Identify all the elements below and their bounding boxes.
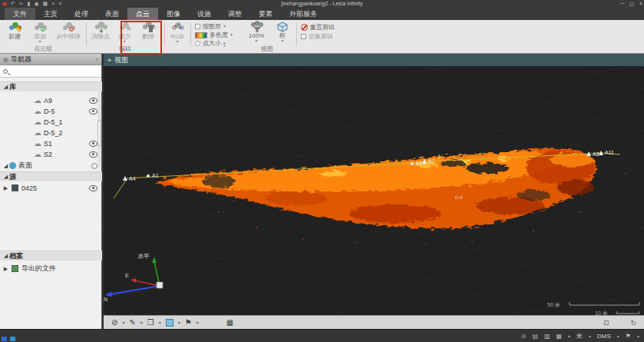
pin-icon[interactable]: ▫ bbox=[96, 56, 98, 63]
reset-clip-icon bbox=[301, 24, 308, 31]
sync-circle-icon[interactable] bbox=[91, 163, 97, 169]
multicolor-option[interactable]: 多色度 ▾ bbox=[195, 31, 233, 39]
by-layer-option[interactable]: 按图层 ▾ bbox=[195, 22, 226, 31]
scrollbar-thumb[interactable] bbox=[97, 120, 101, 146]
tab-processing[interactable]: 处理 bbox=[66, 8, 97, 20]
pointcloud-canvas[interactable]: A4 A1 A5 A7 A8 A11 D-5 水平 E N bbox=[104, 66, 644, 315]
ribbon: 新建 添加 ▾ 从中移除 清除点 减少 ▾ 删除 RGB bbox=[0, 20, 644, 54]
by-layer-checkbox[interactable] bbox=[195, 24, 200, 29]
search-input[interactable] bbox=[11, 67, 98, 76]
selection-rect-icon[interactable]: ❒ bbox=[147, 318, 154, 327]
window-title: jinchangpankuang2 - Leica Infinity bbox=[0, 0, 644, 8]
source-file-icon bbox=[12, 184, 18, 191]
toggle-clip-checkbox[interactable] bbox=[301, 34, 306, 39]
tree-expanded-icon[interactable]: ◢ bbox=[2, 84, 9, 90]
tree-expanded-icon[interactable]: ◢ bbox=[2, 253, 9, 259]
viewport-header: ⌖ 视图 bbox=[104, 54, 644, 66]
tab-infrastructure[interactable]: 设施 bbox=[189, 8, 220, 20]
viewport-3d: ⌖ 视图 bbox=[104, 54, 644, 329]
rgb-coloring-button[interactable]: RGB ▾ bbox=[166, 21, 189, 51]
frame-icon[interactable]: ⊡ bbox=[603, 319, 609, 327]
label-a11: A11 bbox=[605, 150, 614, 155]
visibility-eye-icon[interactable] bbox=[89, 185, 97, 191]
application-window: ◼ ↶ ✂ ▮ ◉ ▦ × ≡ jinchangpankuang2 - Leic… bbox=[0, 0, 644, 342]
tab-file[interactable]: 文件 bbox=[5, 8, 35, 20]
tree-item-a9[interactable]: ☁ A9 bbox=[0, 95, 102, 105]
new-cloud-icon bbox=[6, 21, 23, 33]
tab-adjustment[interactable]: 调整 bbox=[220, 8, 250, 20]
tree-item-d5-2[interactable]: ☁ D-5_2 bbox=[0, 128, 102, 138]
tab-home[interactable]: 主页 bbox=[35, 8, 66, 20]
status-box-icon[interactable]: ▪ bbox=[568, 333, 570, 340]
status-settings-icon[interactable]: ⊙ bbox=[521, 333, 527, 340]
pointcloud-icon: ☁ bbox=[34, 118, 41, 126]
distance-unit[interactable]: 米 bbox=[576, 332, 583, 340]
tree-group-library[interactable]: ◢ 库 bbox=[0, 81, 102, 91]
measure-icon[interactable]: ✎ bbox=[129, 318, 135, 327]
tab-imaging[interactable]: 图像 bbox=[158, 8, 189, 20]
flag-tool-icon[interactable]: ⚑ bbox=[185, 318, 192, 327]
navigator-panel: ◎ 导航器 ▫ ◢ 库 ☁ A9 ☁ D-5 ☁ D-5_1 ☁ D-5_2 bbox=[0, 54, 102, 329]
label-a7: A7 bbox=[428, 158, 435, 164]
status-grid-icon[interactable]: ▦ bbox=[556, 333, 563, 340]
tree-item-0425[interactable]: ▶ 0425 bbox=[0, 183, 102, 193]
visibility-eye-icon[interactable] bbox=[89, 98, 97, 104]
tab-features[interactable]: 要素 bbox=[250, 8, 281, 20]
ribbon-separator bbox=[296, 23, 297, 46]
viewport-toolbar: ⊘ ▾ ✎ ▾ ❒ ▾ ▾ ⚑ ▾ ▦ ⊡ ↻ bbox=[104, 315, 644, 329]
status-save-icon[interactable]: ▥ bbox=[544, 333, 550, 340]
rgb-cloud-icon bbox=[169, 21, 186, 33]
navigator-search bbox=[0, 65, 101, 78]
taskbar-app-icon[interactable] bbox=[2, 337, 7, 341]
taskbar-app-icon[interactable] bbox=[10, 337, 15, 341]
pointcloud-icon: ☁ bbox=[34, 97, 41, 105]
visibility-eye-icon[interactable] bbox=[89, 141, 97, 147]
reset-clip-button[interactable]: 重置剪辑 bbox=[301, 23, 335, 32]
chevron-down-icon[interactable]: ▾ bbox=[159, 320, 161, 325]
tree-group-surfaces[interactable]: ◢ 表面 bbox=[0, 161, 102, 171]
status-flag-icon[interactable]: ⚑ bbox=[626, 333, 631, 340]
tree-scrollbar[interactable] bbox=[97, 91, 101, 168]
tree-item-d5-1[interactable]: ☁ D-5_1 bbox=[0, 117, 102, 127]
tree-item-s1[interactable]: ☁ S1 bbox=[0, 138, 102, 148]
tree-group-source[interactable]: ◢ 源 bbox=[0, 171, 102, 181]
tree-expanded-icon[interactable]: ◢ bbox=[2, 174, 9, 180]
status-doc-icon[interactable]: ▤ bbox=[532, 333, 538, 340]
chevron-down-icon: ▾ bbox=[223, 25, 226, 28]
axis-east-label: E bbox=[125, 273, 129, 278]
chevron-down-icon[interactable]: ▾ bbox=[140, 320, 143, 325]
tab-pointcloud[interactable]: 点云 bbox=[127, 8, 158, 20]
grid-toggle-icon[interactable]: ▦ bbox=[226, 318, 233, 327]
chevron-down-icon[interactable]: ▾ bbox=[617, 334, 619, 339]
tree-collapsed-icon[interactable]: ▶ bbox=[2, 266, 9, 272]
ribbon-tab-bar: 文件 主页 处理 表面 点云 图像 设施 调整 要素 外部服务 bbox=[0, 8, 644, 20]
exported-files-icon bbox=[12, 265, 18, 272]
view-axis-icon: ⌖ bbox=[107, 56, 111, 65]
chevron-down-icon[interactable]: ▾ bbox=[178, 320, 180, 325]
tab-external-services[interactable]: 外部服务 bbox=[281, 8, 325, 20]
tree-expanded-icon[interactable]: ◢ bbox=[2, 163, 9, 169]
tree-item-d5[interactable]: ☁ D-5 bbox=[0, 106, 102, 116]
maximize-button[interactable]: ◻ bbox=[629, 0, 634, 8]
close-button[interactable]: × bbox=[639, 0, 642, 8]
visibility-eye-icon[interactable] bbox=[89, 151, 97, 158]
chevron-down-icon[interactable]: ▾ bbox=[122, 320, 124, 325]
navigator-title: 导航器 bbox=[11, 55, 94, 65]
cube-view-icon[interactable] bbox=[166, 319, 173, 327]
toggle-clip-option[interactable]: 切换剪辑 bbox=[301, 32, 333, 41]
tree-collapsed-icon[interactable]: ▶ bbox=[2, 185, 9, 191]
angle-unit[interactable]: DMS bbox=[597, 333, 611, 340]
scale-50m-label: 50 米 bbox=[547, 302, 560, 307]
minimize-button[interactable]: ─ bbox=[620, 0, 624, 8]
orbit-icon[interactable]: ⊘ bbox=[111, 318, 117, 327]
chevron-down-icon[interactable]: ▾ bbox=[197, 320, 199, 325]
chevron-down-icon[interactable]: ▾ bbox=[637, 334, 639, 339]
tree-item-s2[interactable]: ☁ S2 bbox=[0, 149, 102, 159]
label-d5: D-5 bbox=[455, 195, 463, 200]
visibility-eye-icon[interactable] bbox=[89, 108, 97, 115]
chevron-down-icon[interactable]: ▾ bbox=[589, 334, 591, 339]
tab-surfaces[interactable]: 表面 bbox=[97, 8, 127, 20]
tree-item-exported-files[interactable]: ▶ 导出的文件 bbox=[0, 264, 102, 274]
tree-group-archive[interactable]: ◢ 档案 bbox=[0, 251, 102, 261]
refresh-icon[interactable]: ↻ bbox=[630, 319, 636, 327]
